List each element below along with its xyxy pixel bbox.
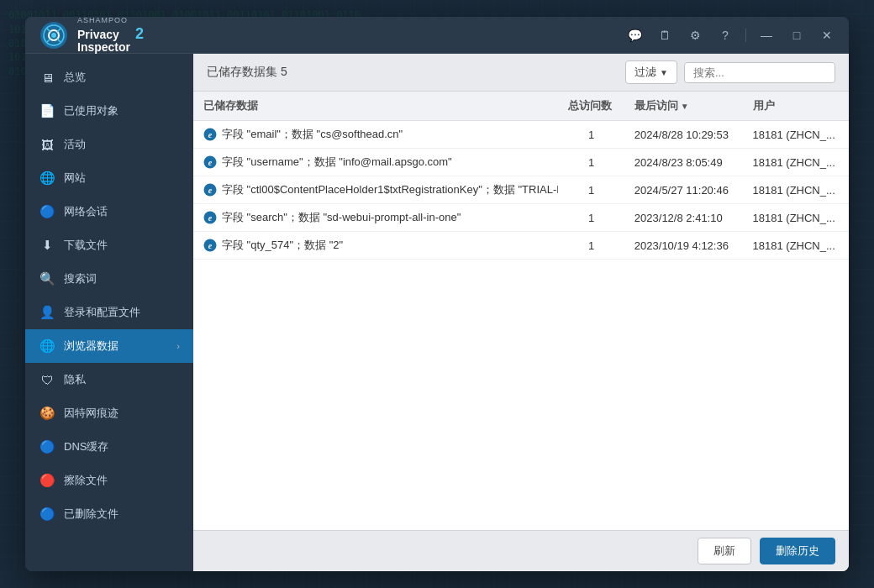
sidebar-icon-summary: 🖥 — [39, 69, 55, 86]
browser-icon: e — [203, 128, 217, 141]
cell-stored-data: e字段 "search"；数据 "sd-webui-prompt-all-in-… — [193, 204, 558, 232]
svg-text:e: e — [208, 130, 213, 139]
app-logo — [39, 20, 69, 50]
table-header: 已储存数据总访问数最后访问▼用户 — [193, 92, 849, 121]
svg-point-2 — [51, 33, 56, 38]
main-layout: 🖥总览📄已使用对象🖼活动🌐网站🔵网络会话⬇下载文件🔍搜索词👤登录和配置文件🌐浏览… — [25, 54, 849, 571]
sidebar-item-deleted-files[interactable]: 🔵已删除文件 — [25, 497, 193, 531]
settings-icon[interactable]: ⚙ — [683, 24, 707, 47]
close-button[interactable]: ✕ — [815, 24, 839, 47]
cell-stored-data: e字段 "username"；数据 "info@mail.apsgo.com" — [193, 149, 558, 176]
sidebar-icon-websites: 🌐 — [39, 170, 55, 186]
minimize-button[interactable]: — — [755, 24, 778, 47]
sidebar-label-browser-data: 浏览器数据 — [64, 339, 118, 354]
sidebar-icon-dns-cache: 🔵 — [39, 438, 55, 455]
note-icon[interactable]: 🗒 — [653, 24, 677, 47]
stored-data-text: 字段 "qty_574"；数据 "2" — [222, 238, 343, 253]
sidebar-item-privacy[interactable]: 🛡隐私 — [25, 363, 193, 396]
col-header-user: 用户 — [743, 92, 849, 121]
sidebar-icon-browser-data: 🌐 — [39, 338, 55, 354]
title-line2: Inspector — [77, 41, 130, 54]
table-row[interactable]: e字段 "qty_574"；数据 "2"12023/10/19 4:12:361… — [193, 232, 849, 260]
titlebar-separator — [745, 29, 746, 42]
refresh-button[interactable]: 刷新 — [698, 538, 751, 564]
sidebar-label-privacy: 隐私 — [64, 372, 86, 387]
sort-arrow-icon: ▼ — [681, 102, 689, 111]
brand-label: Ashampoo — [77, 17, 144, 25]
sidebar-icon-search-terms: 🔍 — [39, 270, 55, 287]
sidebar-icon-privacy: 🛡 — [39, 371, 55, 388]
filter-label: 过滤 — [634, 65, 656, 80]
data-table-wrapper: 已储存数据总访问数最后访问▼用户 e字段 "email"；数据 "cs@soft… — [193, 92, 849, 530]
delete-history-button[interactable]: 删除历史 — [760, 538, 835, 564]
sidebar-item-search-terms[interactable]: 🔍搜索词 — [25, 262, 193, 296]
sidebar-item-activities[interactable]: 🖼活动 — [25, 128, 193, 161]
sidebar-item-logins[interactable]: 👤登录和配置文件 — [25, 296, 193, 329]
cell-visit-count: 1 — [558, 149, 624, 176]
browser-icon: e — [203, 211, 217, 224]
maximize-button[interactable]: □ — [785, 24, 808, 47]
cell-stored-data: e字段 "email"；数据 "cs@softhead.cn" — [193, 121, 558, 149]
sidebar-item-dns-cache[interactable]: 🔵DNS缓存 — [25, 430, 193, 464]
titlebar-left: Ashampoo Privacy Inspector 2 — [39, 17, 144, 54]
sidebar-label-cookies: 因特网痕迹 — [64, 406, 118, 421]
cell-visit-count: 1 — [558, 176, 624, 204]
table-row[interactable]: e字段 "search"；数据 "sd-webui-prompt-all-in-… — [193, 204, 849, 232]
sidebar-item-wipe-files[interactable]: 🔴擦除文件 — [25, 464, 193, 497]
table-row[interactable]: e字段 "username"；数据 "info@mail.apsgo.com"1… — [193, 149, 849, 176]
table-row[interactable]: e字段 "ctl00$ContentPlaceHolder1$txtRegist… — [193, 176, 849, 204]
titlebar: Ashampoo Privacy Inspector 2 💬 🗒 ⚙ ? — □… — [25, 17, 849, 54]
sidebar: 🖥总览📄已使用对象🖼活动🌐网站🔵网络会话⬇下载文件🔍搜索词👤登录和配置文件🌐浏览… — [25, 54, 193, 571]
cell-user: 18181 (ZHCN_... — [743, 232, 849, 260]
cell-user: 18181 (ZHCN_... — [743, 204, 849, 232]
chat-icon[interactable]: 💬 — [623, 24, 646, 47]
table-body: e字段 "email"；数据 "cs@softhead.cn"12024/8/2… — [193, 121, 849, 260]
filter-chevron-icon: ▼ — [660, 68, 668, 77]
sidebar-item-cookies[interactable]: 🍪因特网痕迹 — [25, 396, 193, 430]
version-label: 2 — [135, 25, 144, 44]
sidebar-icon-cookies: 🍪 — [39, 405, 55, 422]
sidebar-label-search-terms: 搜索词 — [64, 271, 97, 286]
stored-data-text: 字段 "search"；数据 "sd-webui-prompt-all-in-o… — [222, 210, 461, 225]
sidebar-item-downloads[interactable]: ⬇下载文件 — [25, 228, 193, 262]
help-icon[interactable]: ? — [713, 24, 737, 47]
cell-stored-data: e字段 "ctl00$ContentPlaceHolder1$txtRegist… — [193, 176, 558, 204]
sidebar-icon-network-sessions: 🔵 — [39, 203, 55, 220]
sidebar-label-wipe-files: 擦除文件 — [64, 473, 108, 488]
sidebar-icon-downloads: ⬇ — [39, 237, 55, 254]
sidebar-label-network-sessions: 网络会话 — [64, 204, 108, 219]
stored-data-text: 字段 "email"；数据 "cs@softhead.cn" — [222, 127, 403, 142]
sidebar-icon-activities: 🖼 — [39, 136, 55, 153]
sidebar-label-downloads: 下载文件 — [64, 238, 108, 253]
title-line1: Privacy — [77, 29, 130, 41]
cell-last-visit: 2024/5/27 11:20:46 — [624, 176, 743, 204]
cell-last-visit: 2024/8/28 10:29:53 — [624, 121, 743, 149]
content-title: 已储存数据集 5 — [207, 65, 287, 80]
cell-last-visit: 2023/10/19 4:12:36 — [624, 232, 743, 260]
sidebar-item-used-objects[interactable]: 📄已使用对象 — [25, 94, 193, 128]
filter-button[interactable]: 过滤 ▼ — [625, 60, 677, 84]
stored-data-text: 字段 "ctl00$ContentPlaceHolder1$txtRegistr… — [222, 182, 558, 197]
sidebar-icon-deleted-files: 🔵 — [39, 506, 55, 522]
sidebar-item-browser-data[interactable]: 🌐浏览器数据› — [25, 329, 193, 363]
col-header-last-visit[interactable]: 最后访问▼ — [624, 92, 743, 121]
app-title: Ashampoo Privacy Inspector 2 — [77, 17, 144, 54]
browser-icon: e — [203, 239, 217, 252]
cell-stored-data: e字段 "qty_574"；数据 "2" — [193, 232, 558, 260]
cell-user: 18181 (ZHCN_... — [743, 149, 849, 176]
cell-last-visit: 2023/12/8 2:41:10 — [624, 204, 743, 232]
cell-visit-count: 1 — [558, 121, 624, 149]
content-area: 已储存数据集 5 过滤 ▼ 已储存数据总访问数最后访问▼用户 e字段 "emai… — [193, 54, 849, 571]
sidebar-item-websites[interactable]: 🌐网站 — [25, 161, 193, 195]
browser-icon: e — [203, 183, 217, 197]
stored-data-text: 字段 "username"；数据 "info@mail.apsgo.com" — [222, 155, 452, 170]
sidebar-item-network-sessions[interactable]: 🔵网络会话 — [25, 195, 193, 228]
header-controls: 过滤 ▼ — [625, 60, 835, 84]
search-input[interactable] — [684, 62, 835, 83]
table-row[interactable]: e字段 "email"；数据 "cs@softhead.cn"12024/8/2… — [193, 121, 849, 149]
sidebar-item-summary[interactable]: 🖥总览 — [25, 60, 193, 94]
cell-user: 18181 (ZHCN_... — [743, 176, 849, 204]
svg-text:e: e — [208, 158, 213, 167]
sidebar-label-deleted-files: 已删除文件 — [64, 507, 118, 522]
app-window: Ashampoo Privacy Inspector 2 💬 🗒 ⚙ ? — □… — [25, 17, 849, 571]
